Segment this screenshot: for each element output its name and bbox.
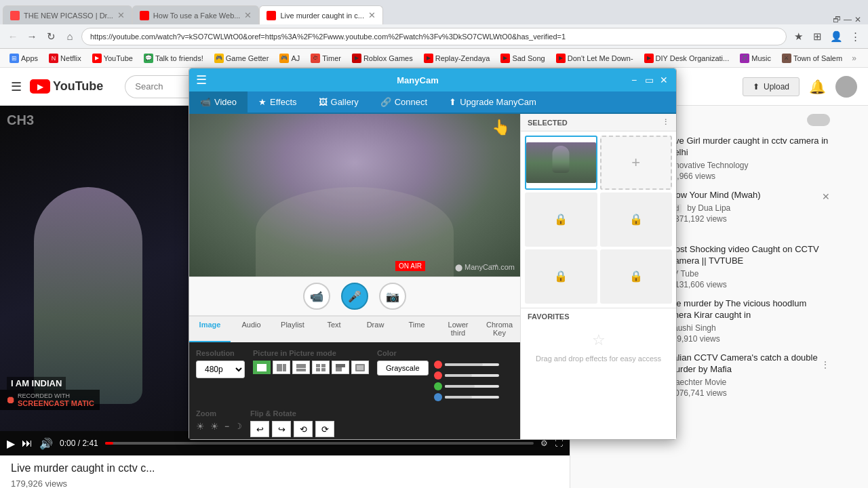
flip-vertical-btn[interactable]: ↪ [272,421,291,437]
mc-nav-upgrade[interactable]: ⬆ Upgrade ManyCam [438,92,547,113]
red-slider-2[interactable] [445,374,499,377]
rotate-ccw-btn[interactable]: ⟲ [294,421,313,437]
address-bar[interactable] [81,28,787,45]
selected-options-icon[interactable]: ⋮ [662,118,669,127]
video-options-btn[interactable]: ⋮ [821,359,830,370]
tab-1-close[interactable]: ✕ [117,10,125,20]
settings-video-btn[interactable]: ⚙ [540,439,548,448]
pip-mode-4[interactable] [312,361,330,374]
restore-btn[interactable]: 🗗 [833,15,841,24]
tab-3[interactable]: Live murder caught in c... ✕ [259,5,383,24]
autoplay-toggle[interactable] [807,114,830,126]
bookmarks-overflow[interactable]: » [849,54,859,63]
bookmark-replay[interactable]: ▶ Replay-Zendaya [420,52,494,64]
mc-minimize-btn[interactable]: − [629,75,639,85]
tab-2-close[interactable]: ✕ [244,10,252,20]
mc-tab-text[interactable]: Text [313,317,355,342]
yt-menu-icon[interactable]: ☰ [11,79,22,94]
red-dot-2[interactable] [434,371,442,380]
home-button[interactable]: ⌂ [62,29,77,44]
zoom-minus-btn[interactable]: − [224,422,229,431]
mc-mic-btn[interactable]: 🎤 [341,283,368,310]
resolution-select[interactable]: 480p 720p 1080p [196,361,245,378]
bookmark-netflix[interactable]: N Netflix [45,52,85,64]
dismiss-ad-btn[interactable]: ✕ [822,191,830,202]
next-button[interactable]: ⏭ [22,437,33,449]
back-button[interactable]: ← [5,29,20,44]
sv-channel-4: Kaushi Singh [668,323,830,333]
play-button[interactable]: ▶ [7,437,15,450]
pip-mode-6[interactable] [351,361,369,374]
yt-logo[interactable]: YouTube [30,79,103,94]
extensions-btn[interactable]: ⊞ [810,29,825,44]
bookmark-talk[interactable]: 💬 Talk to friends! [140,52,208,64]
notifications-icon[interactable]: 🔔 [809,79,826,95]
blue-dot[interactable] [434,393,442,401]
mc-tab-draw[interactable]: Draw [355,317,396,342]
blue-slider[interactable] [445,396,499,399]
mc-tab-image[interactable]: Image [189,317,231,342]
bookmark-youtube[interactable]: ▶ YouTube [88,52,137,64]
tab-3-close[interactable]: ✕ [368,10,376,20]
bookmark-star[interactable]: ★ [791,29,806,44]
user-avatar[interactable] [835,76,857,98]
settings-btn[interactable]: ⋮ [848,29,863,44]
browser-tabs: THE NEW PICASSO | Dr... ✕ How To use a F… [0,0,868,24]
mc-restore-btn[interactable]: ▭ [644,75,654,85]
mc-nav-gallery[interactable]: 🖼 Gallery [308,92,370,113]
forward-button[interactable]: → [24,29,39,44]
green-dot[interactable] [434,382,442,390]
green-slider[interactable] [445,385,499,388]
video-info: Live murder caught in cctv c... 179,926 … [0,455,570,488]
mc-thumb-locked-3[interactable]: 🔒 [525,249,597,304]
mc-thumb-locked-4[interactable]: 🔒 [600,249,673,304]
bookmark-sad[interactable]: ▶ Sad Song [496,52,549,64]
bookmark-roblox[interactable]: ▶ Roblox Games [348,52,417,64]
mc-thumb-locked-2[interactable]: 🔒 [600,192,673,247]
flip-horizontal-btn[interactable]: ↩ [250,421,269,437]
tab-2[interactable]: How To use a Fake Web... ✕ [132,5,260,24]
mc-video-toggle-btn[interactable]: 📹 [303,283,330,310]
bookmark-aj[interactable]: 🎮 AJ [275,52,304,64]
tab-1[interactable]: THE NEW PICASSO | Dr... ✕ [3,5,132,24]
mc-webcam-preview: ⬤ ManyCam.com ON AIR → [189,114,520,277]
rotate-cw-btn[interactable]: ⟳ [315,421,334,437]
mc-thumb-active[interactable] [525,136,597,190]
bookmark-game[interactable]: 🎮 Game Getter [210,52,273,64]
volume-button[interactable]: 🔊 [39,437,53,450]
reload-button[interactable]: ↻ [43,29,58,44]
svg-rect-5 [316,364,320,367]
upload-button[interactable]: ⬆ Upload [743,77,800,96]
mc-nav-connect[interactable]: 🔗 Connect [370,92,438,113]
red-dot[interactable] [434,361,442,369]
mc-thumb-locked-1[interactable]: 🔒 [525,192,597,247]
pip-mode-2[interactable] [273,361,290,374]
mc-nav-video[interactable]: 📹 Video [189,92,248,113]
mc-tab-audio[interactable]: Audio [231,317,272,342]
mc-tab-playlist[interactable]: Playlist [272,317,313,342]
mc-close-btn[interactable]: ✕ [658,75,669,85]
mc-tab-time[interactable]: Time [396,317,437,342]
mc-tab-chroma[interactable]: Chroma Key [479,317,520,342]
bookmark-timer[interactable]: ⏱ Timer [307,52,345,64]
mc-snapshot-btn[interactable]: 📷 [379,283,406,310]
grayscale-btn[interactable]: Grayscale [377,361,429,375]
fullscreen-btn[interactable]: ⛶ [555,439,563,448]
bookmark-diy[interactable]: ▶ DIY Desk Organizati... [640,52,734,64]
bookmark-apps[interactable]: ⊞ Apps [5,52,42,64]
drag-drop-text: Drag and drop effects for easy access [521,352,676,365]
red-slider[interactable] [445,363,499,366]
mc-thumb-add[interactable]: + [600,136,673,190]
bookmark-music[interactable]: 🎵 Music [736,52,775,64]
pip-mode-1[interactable] [253,361,271,374]
bookmark-dont[interactable]: ▶ Don't Let Me Down- [552,52,637,64]
pip-mode-5[interactable] [332,361,349,374]
bookmark-salem[interactable]: ⚔ Town of Salem [778,52,846,64]
user-profile-btn[interactable]: 👤 [829,29,844,44]
mc-nav-effects[interactable]: ★ Effects [248,92,308,113]
pip-mode-3[interactable] [292,361,310,374]
mc-tab-lower-third[interactable]: Lower third [437,317,479,342]
close-browser-btn[interactable]: ✕ [854,15,861,24]
mc-hamburger-icon[interactable]: ☰ [196,73,207,87]
minimize-btn[interactable]: — [844,15,852,24]
